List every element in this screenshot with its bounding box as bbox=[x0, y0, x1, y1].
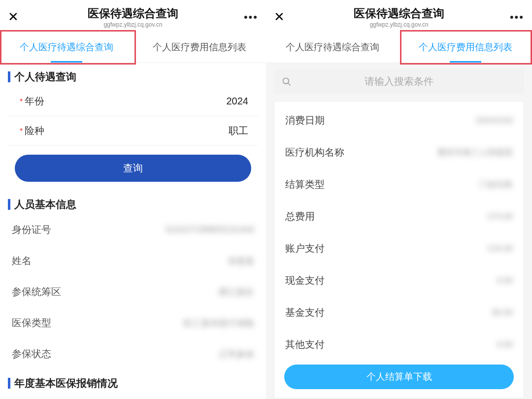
page-title: 医保待遇综合查询 bbox=[294, 6, 504, 21]
page-title: 医保待遇综合查询 bbox=[28, 6, 238, 21]
settle-label: 结算类型 bbox=[285, 178, 325, 191]
tab-treatment-query[interactable]: 个人医疗待遇综合查询 bbox=[266, 31, 399, 63]
tabs: 个人医疗待遇综合查询 个人医疗费用信息列表 bbox=[0, 31, 266, 63]
tab-expense-list[interactable]: 个人医疗费用信息列表 bbox=[133, 31, 266, 63]
fund-label: 基金支付 bbox=[285, 306, 325, 319]
download-button[interactable]: 个人结算单下载 bbox=[284, 365, 514, 389]
id-row: 身份证号 510227198803131444 bbox=[0, 214, 266, 245]
org-label: 医疗机构名称 bbox=[285, 146, 344, 159]
insurance-type-field[interactable]: *险种 职工 bbox=[8, 116, 258, 146]
page-url: ggfwpz.ylbzj.cq.gov.cn bbox=[28, 21, 238, 28]
area-row: 参保统筹区 两江新区 bbox=[0, 276, 266, 307]
date-label: 消费日期 bbox=[285, 114, 325, 127]
yb-type-row: 医保类型 职工基本医疗保险 bbox=[0, 307, 266, 338]
query-button[interactable]: 查询 bbox=[15, 155, 251, 182]
expense-card: 消费日期20241019 医疗机构名称重庆市第三人民医院 结算类型门诊结算 总费… bbox=[274, 101, 524, 399]
more-icon[interactable]: ••• bbox=[238, 11, 258, 24]
tabs: 个人医疗待遇综合查询 个人医疗费用信息列表 bbox=[266, 31, 532, 63]
status-row: 参保状态 正常参保 bbox=[0, 338, 266, 369]
tab-treatment-query[interactable]: 个人医疗待遇综合查询 bbox=[0, 31, 133, 63]
year-field[interactable]: *年份 2024 bbox=[8, 87, 258, 116]
section-heading-annual: 年度基本医保报销情况 bbox=[0, 369, 266, 393]
section-heading-basic-info: 人员基本信息 bbox=[0, 191, 266, 214]
more-icon[interactable]: ••• bbox=[504, 11, 524, 24]
acct-label: 账户支付 bbox=[285, 242, 325, 255]
close-icon[interactable]: ✕ bbox=[8, 9, 28, 25]
other-label: 其他支付 bbox=[285, 338, 325, 351]
navbar: ✕ 医保待遇综合查询 ggfwpz.ylbzj.cq.gov.cn ••• bbox=[0, 0, 266, 31]
name-row: 姓名 张某某 bbox=[0, 245, 266, 276]
search-input[interactable]: 请输入搜索条件 bbox=[274, 69, 524, 94]
right-screen: ✕ 医保待遇综合查询 ggfwpz.ylbzj.cq.gov.cn ••• 个人… bbox=[266, 0, 532, 399]
total-label: 总费用 bbox=[285, 210, 315, 223]
navbar: ✕ 医保待遇综合查询 ggfwpz.ylbzj.cq.gov.cn ••• bbox=[266, 0, 532, 31]
fund-row: 医保统筹基金报销 bbox=[0, 393, 266, 399]
tab-expense-list[interactable]: 个人医疗费用信息列表 bbox=[399, 31, 532, 63]
left-screen: ✕ 医保待遇综合查询 ggfwpz.ylbzj.cq.gov.cn ••• 个人… bbox=[0, 0, 266, 399]
section-heading: 个人待遇查询 bbox=[0, 63, 266, 87]
cash-label: 现金支付 bbox=[285, 274, 325, 287]
page-url: ggfwpz.ylbzj.cq.gov.cn bbox=[294, 21, 504, 28]
close-icon[interactable]: ✕ bbox=[274, 9, 294, 25]
